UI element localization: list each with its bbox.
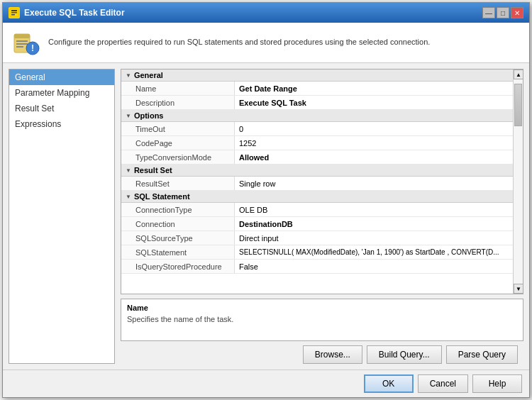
collapse-resultset-icon: ▼ [126,167,131,174]
prop-typeconversion-value: Allowed [235,150,513,164]
section-resultset: ▼ Result Set [121,165,513,177]
cancel-button[interactable]: Cancel [418,374,468,393]
main-window: Execute SQL Task Editor — □ ✕ ! Configur… [2,2,530,398]
prop-connection-value: DestinationDB [235,217,513,230]
prop-codepage-label: CodePage [121,136,235,150]
prop-resultset-value: Single row [235,177,513,190]
section-general: ▼ General [121,70,513,82]
prop-conntype-label: ConnectionType [121,203,235,216]
prop-timeout-label: TimeOut [121,122,235,135]
window-title: Execute SQL Task Editor [24,8,478,18]
description-box: Name Specifies the name of the task. [121,299,523,341]
prop-typeconversion-label: TypeConversionMode [121,150,235,164]
collapse-general-icon: ▼ [126,72,131,79]
header-area: ! Configure the properties required to r… [3,23,529,63]
description-text: Specifies the name of the task. [127,315,517,323]
scroll-up-arrow[interactable]: ▲ [514,70,523,79]
svg-rect-7 [16,43,28,45]
prop-timeout-value: 0 [235,122,513,135]
prop-description-value: Execute SQL Task [235,96,513,109]
properties-panel: ▼ General Name Get Date Range Descriptio… [121,69,523,294]
prop-timeout-row: TimeOut 0 [121,122,513,136]
prop-description-row: Description Execute SQL Task [121,96,513,110]
prop-connection-label: Connection [121,217,235,230]
prop-isstoredproc-label: IsQueryStoredProcedure [121,260,235,273]
collapse-sql-icon: ▼ [126,194,131,200]
minimize-button[interactable]: — [482,7,495,18]
svg-rect-2 [11,12,17,13]
section-sql-label: SQL Statement [134,192,190,201]
header-icon: ! [11,28,40,57]
parse-query-button[interactable]: Parse Query [446,345,518,364]
prop-conntype-value: OLE DB [235,203,513,216]
prop-resultset-label: ResultSet [121,177,235,190]
prop-codepage-value: 1252 [235,136,513,150]
section-options-label: Options [134,111,164,120]
prop-sqlstatement-label: SQLStatement [121,245,235,259]
svg-rect-3 [11,14,15,16]
svg-rect-8 [16,46,23,48]
section-resultset-label: Result Set [134,166,172,174]
build-query-button[interactable]: Build Query... [367,345,442,364]
prop-resultset-row: ResultSet Single row [121,177,513,191]
action-buttons: Browse... Build Query... Parse Query [121,345,523,364]
svg-text:!: ! [31,43,34,53]
main-content: General Parameter Mapping Result Set Exp… [3,63,529,370]
section-general-label: General [134,71,163,79]
sidebar-item-result-set[interactable]: Result Set [9,101,114,116]
sidebar-item-expressions[interactable]: Expressions [9,116,114,132]
section-options: ▼ Options [121,110,513,122]
prop-codepage-row: CodePage 1252 [121,136,513,150]
prop-connection-row: Connection DestinationDB [121,217,513,231]
svg-rect-5 [14,34,30,38]
prop-typeconversion-row: TypeConversionMode Allowed [121,150,513,165]
app-icon [9,7,20,18]
prop-sqlstatement-row: SQLStatement SELECTISNULL( MAX(ModifiedD… [121,245,513,260]
prop-sqlsourcetype-value: Direct input [235,231,513,245]
prop-sqlstatement-value: SELECTISNULL( MAX(ModifiedDate), 'Jan 1,… [235,245,513,259]
properties-scrollbar[interactable]: ▲ ▼ [513,70,523,294]
maximize-button[interactable]: □ [497,7,509,18]
title-controls: — □ ✕ [482,7,523,18]
footer-buttons: OK Cancel Help [3,370,529,397]
prop-name-value: Get Date Range [235,82,513,95]
header-description: Configure the properties required to run… [48,37,430,48]
collapse-options-icon: ▼ [126,113,131,119]
description-title: Name [127,304,517,312]
close-button[interactable]: ✕ [511,7,523,18]
sidebar: General Parameter Mapping Result Set Exp… [9,69,115,364]
svg-rect-1 [11,10,17,11]
help-button[interactable]: Help [472,374,522,393]
properties-scroll[interactable]: ▼ General Name Get Date Range Descriptio… [121,70,513,294]
scroll-down-arrow[interactable]: ▼ [514,284,523,294]
sidebar-item-general[interactable]: General [9,70,114,85]
prop-name-label: Name [121,82,235,95]
scroll-thumb[interactable] [514,84,522,126]
prop-conntype-row: ConnectionType OLE DB [121,203,513,217]
ok-button[interactable]: OK [364,374,414,393]
svg-rect-6 [16,40,28,42]
prop-isstoredproc-row: IsQueryStoredProcedure False [121,260,513,274]
right-panel: ▼ General Name Get Date Range Descriptio… [121,69,523,364]
prop-sqlsourcetype-label: SQLSourceType [121,231,235,245]
title-bar: Execute SQL Task Editor — □ ✕ [3,3,529,23]
browse-button[interactable]: Browse... [303,345,362,364]
prop-name-row: Name Get Date Range [121,82,513,96]
prop-description-label: Description [121,96,235,109]
section-sql: ▼ SQL Statement [121,191,513,203]
prop-isstoredproc-value: False [235,260,513,273]
prop-sqlsourcetype-row: SQLSourceType Direct input [121,231,513,245]
sidebar-item-parameter-mapping[interactable]: Parameter Mapping [9,85,114,101]
